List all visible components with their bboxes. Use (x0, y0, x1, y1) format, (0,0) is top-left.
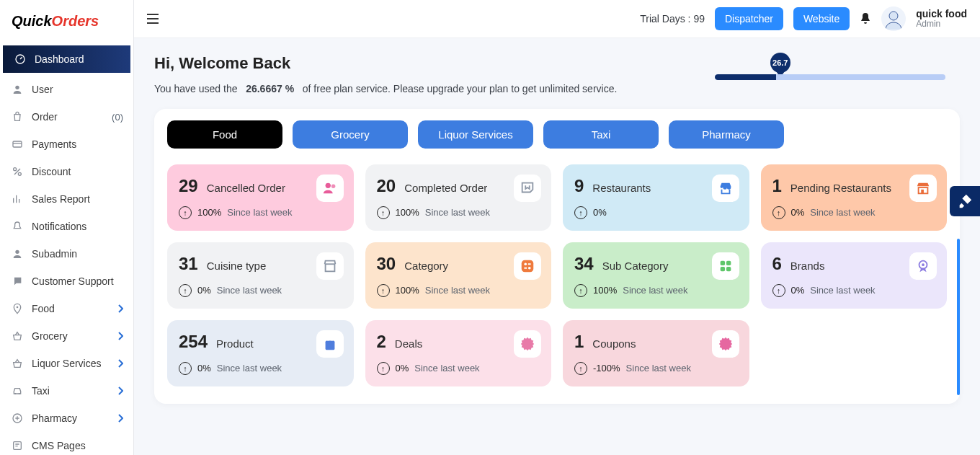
card-icon (10, 137, 24, 151)
stat-label: Restaurants (592, 182, 651, 194)
stat-value: 31 (179, 254, 198, 274)
stat-label: Completed Order (404, 182, 487, 194)
user-icon (10, 82, 24, 97)
sidebar-item-user[interactable]: User (0, 76, 133, 103)
sidebar-item-pharmacy[interactable]: Pharmacy (0, 405, 133, 432)
menu-toggle-icon[interactable] (147, 14, 159, 24)
plus-circle-icon (10, 411, 24, 425)
chevron-right-icon (117, 386, 123, 395)
stat-card-cancelled-order[interactable]: 29Cancelled Order↑100%Since last week (167, 164, 354, 231)
stat-card-deals[interactable]: 2Deals↑0%Since last week (365, 320, 552, 386)
users-icon (316, 175, 344, 202)
chart-icon (10, 192, 24, 206)
svg-point-14 (325, 183, 330, 188)
arrow-up-icon: ↑ (574, 206, 587, 219)
sidebar-item-label: Notifications (32, 221, 86, 232)
stat-label: Sub Category (602, 260, 669, 272)
stat-card-completed-order[interactable]: 20Completed Order↑100%Since last week (365, 164, 552, 231)
stat-card-sub-category[interactable]: 34Sub Category↑100%Since last week (563, 242, 749, 309)
stat-card-restaurants[interactable]: 9Restaurants↑0% (563, 164, 749, 231)
arrow-up-icon: ↑ (179, 206, 192, 219)
sidebar-item-notifications[interactable]: Notifications (0, 213, 133, 240)
stat-card-product[interactable]: 254Product↑0%Since last week (167, 320, 354, 386)
svg-point-27 (922, 263, 925, 266)
basket-icon (10, 356, 24, 371)
stat-percent: 0% (791, 207, 805, 218)
percent-icon (10, 164, 24, 179)
tab-food[interactable]: Food (167, 120, 282, 149)
stat-label: Deals (395, 337, 422, 350)
sidebar-item-dashboard[interactable]: Dashboard (3, 45, 130, 73)
stat-percent: 100% (396, 207, 419, 218)
chevron-right-icon (117, 414, 123, 423)
usage-percent: 26.6667 % (246, 83, 294, 94)
chevron-right-icon (117, 304, 123, 313)
stat-label: Pending Restaurants (790, 182, 891, 194)
gauge-icon (13, 52, 27, 66)
stat-card-cuisine-type[interactable]: 31Cuisine type↑0%Since last week (167, 242, 354, 309)
sidebar-item-food[interactable]: Food (0, 295, 133, 322)
sidebar-item-sales-report[interactable]: Sales Report (0, 185, 133, 213)
svg-rect-23 (726, 261, 730, 265)
bell-icon[interactable] (860, 12, 871, 25)
chevron-right-icon (117, 359, 123, 368)
theme-brush-icon[interactable] (950, 186, 980, 216)
badge-icon (712, 330, 739, 358)
sidebar-item-taxi[interactable]: Taxi (0, 377, 133, 405)
sidebar-item-grocery[interactable]: Grocery (0, 322, 133, 350)
stat-since: Since last week (810, 207, 875, 218)
tab-taxi[interactable]: Taxi (543, 120, 659, 149)
stat-value: 1 (574, 332, 584, 352)
arrow-up-icon: ↑ (772, 284, 785, 297)
svg-point-15 (331, 184, 335, 188)
stat-since: Since last week (626, 363, 691, 374)
page-title: Hi, Welcome Back (154, 54, 617, 73)
sidebar-item-label: Pharmacy (32, 412, 77, 424)
tab-grocery[interactable]: Grocery (293, 120, 408, 149)
stat-card-pending-restaurants[interactable]: 1Pending Restaurants↑0%Since last week (761, 164, 948, 231)
stat-card-coupons[interactable]: 1Coupons↑-100%Since last week (563, 320, 749, 386)
tab-pharmacy[interactable]: Pharmacy (669, 120, 784, 149)
sidebar-item-label: Customer Support (32, 275, 114, 287)
trial-label: Trial Days : (640, 13, 690, 25)
stat-label: Product (216, 337, 254, 350)
arrow-up-icon: ↑ (574, 284, 587, 297)
stat-percent: 100% (197, 207, 221, 218)
stat-value: 254 (179, 332, 208, 352)
sidebar-item-payments[interactable]: Payments (0, 131, 133, 158)
dispatcher-button[interactable]: Dispatcher (715, 7, 783, 30)
arrow-up-icon: ↑ (377, 284, 390, 297)
welcome-subtitle: You have used the 26.6667 % of free plan… (154, 83, 617, 94)
stat-card-category[interactable]: 30Category↑100%Since last week (365, 242, 552, 309)
sidebar-item-label: Order (32, 111, 58, 123)
grid-icon (712, 252, 739, 280)
svg-rect-17 (921, 190, 924, 194)
sidebar-item-order[interactable]: Order(0) (0, 103, 133, 131)
chevron-right-icon (117, 332, 123, 340)
sidebar-item-discount[interactable]: Discount (0, 158, 133, 185)
medal-icon (909, 252, 937, 280)
stat-label: Cuisine type (207, 260, 267, 272)
bag-icon (10, 110, 24, 124)
svg-rect-25 (726, 267, 730, 271)
category-tabs: FoodGroceryLiquor ServicesTaxiPharmacy (167, 120, 947, 149)
sidebar-item-cms-pages[interactable]: CMS Pages (0, 432, 133, 455)
stat-percent: 0% (197, 285, 211, 296)
stat-card-brands[interactable]: 6Brands↑0%Since last week (761, 242, 948, 309)
sidebar-item-subadmin[interactable]: Subadmin (0, 240, 133, 268)
website-button[interactable]: Website (793, 7, 850, 30)
stat-since: Since last week (217, 285, 282, 296)
tab-liquor-services[interactable]: Liquor Services (418, 120, 533, 149)
user-box[interactable]: quick food Admin (916, 8, 967, 30)
sidebar-item-liquor-services[interactable]: Liquor Services (0, 350, 133, 377)
store-icon (712, 175, 739, 202)
sidebar-item-customer-support[interactable]: Customer Support (0, 268, 133, 295)
stat-value: 20 (377, 176, 396, 196)
avatar[interactable] (881, 6, 906, 31)
svg-point-8 (19, 393, 20, 394)
svg-rect-19 (522, 260, 534, 273)
stat-since: Since last week (623, 285, 687, 296)
sidebar-item-label: User (32, 84, 53, 95)
cms-icon (10, 438, 24, 453)
stat-percent: 0% (593, 207, 607, 218)
